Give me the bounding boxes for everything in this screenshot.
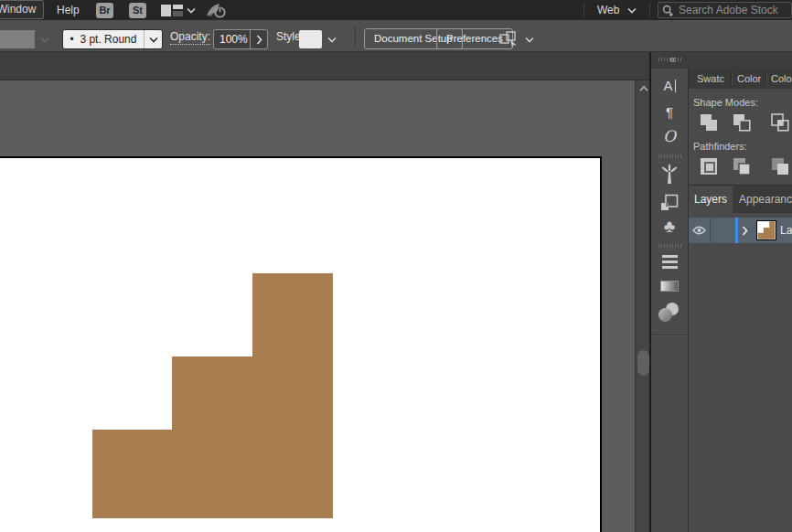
menu-bar: Window Help Br St Web: [0, 0, 792, 20]
menubar-separator-2: [649, 3, 650, 17]
document-tab-bar: [0, 52, 651, 80]
paragraph-panel-icon[interactable]: ¶: [651, 101, 688, 122]
align-to-selection-icon[interactable]: [499, 31, 519, 48]
menubar-separator: [583, 3, 584, 17]
shape-mode-minus-front-icon[interactable]: [731, 112, 753, 133]
scrollbar-thumb[interactable]: [637, 350, 649, 376]
layer-name[interactable]: La: [780, 224, 792, 237]
search-placeholder: Search Adobe Stock: [679, 4, 778, 16]
dock-grip-3[interactable]: [658, 244, 681, 248]
style-swatch[interactable]: [299, 30, 322, 48]
pathfinders-label: Pathfinders:: [693, 141, 747, 152]
pathfinder-panel-icon[interactable]: [651, 191, 688, 213]
stroke-panel-icon[interactable]: [651, 251, 688, 271]
stock-button[interactable]: St: [129, 3, 146, 18]
gradient-panel-icon[interactable]: [651, 277, 688, 295]
symbols-panel-icon[interactable]: ♣: [651, 215, 688, 239]
menu-window[interactable]: Window: [0, 0, 44, 19]
opacity-input[interactable]: 100%: [214, 30, 250, 48]
panel-icon-column: A ¶ O ♣: [651, 69, 689, 532]
artboard[interactable]: [0, 156, 602, 532]
icon-column-divider: [652, 335, 688, 335]
align-chevron-down-icon[interactable]: [525, 37, 534, 43]
layer-expand-chevron-icon[interactable]: [738, 226, 751, 236]
stroke-color-chevron-icon[interactable]: [37, 30, 53, 48]
dock-grip-2[interactable]: [658, 154, 681, 158]
control-separator: [355, 26, 356, 47]
transparency-panel-icon[interactable]: [651, 301, 688, 325]
menu-help[interactable]: Help: [46, 0, 91, 20]
opentype-panel-icon[interactable]: O: [651, 125, 688, 147]
layer-thumbnail[interactable]: [756, 220, 776, 240]
layer-lock-cell[interactable]: [711, 218, 734, 243]
layer-row[interactable]: La: [689, 218, 792, 243]
shape-mode-intersect-icon[interactable]: [769, 112, 791, 133]
tab-color-guide[interactable]: Color: [771, 69, 792, 89]
panel-stack: Swatc Color Color Shape Modes: Pathfinde…: [689, 69, 792, 532]
layers-tabstrip: Layers Appearance: [689, 186, 792, 213]
brush-chevron-down-icon[interactable]: [144, 30, 162, 48]
scroll-up-icon[interactable]: [638, 85, 649, 92]
arrange-documents-icon[interactable]: [161, 5, 183, 16]
tab-color[interactable]: Color: [737, 69, 765, 89]
bridge-button[interactable]: Br: [96, 3, 113, 18]
style-chevron-down-icon[interactable]: [324, 30, 340, 48]
search-icon: [662, 5, 674, 16]
stroke-color-swatch[interactable]: [0, 30, 35, 48]
opacity-stepper[interactable]: [250, 30, 267, 48]
opacity-control: 100%: [213, 29, 268, 49]
gpu-performance-icon[interactable]: [205, 2, 227, 19]
workspace-chevron-down-icon[interactable]: [627, 7, 637, 14]
eye-icon: [692, 226, 706, 235]
tab-appearance[interactable]: Appearance: [739, 186, 792, 213]
shape-mode-unite-icon[interactable]: [698, 112, 720, 133]
dock-grip[interactable]: [658, 58, 681, 61]
shape-modes-label: Shape Modes:: [693, 97, 758, 108]
layer-thumbnail-shape: [757, 221, 776, 239]
swatches-color-tabstrip: Swatc Color Color: [689, 69, 792, 89]
pathfinder-trim-icon[interactable]: [731, 155, 753, 177]
character-panel-icon[interactable]: A: [651, 75, 688, 95]
opacity-label[interactable]: Opacity:: [170, 30, 210, 43]
pathfinder-merge-icon[interactable]: [769, 155, 791, 177]
layer-visibility-toggle[interactable]: [689, 218, 711, 243]
control-bar: • 3 pt. Round Opacity: 100% Style: Docum…: [0, 20, 792, 52]
brush-definition-dropdown[interactable]: • 3 pt. Round: [62, 29, 163, 49]
tab-swatches[interactable]: Swatc: [697, 69, 731, 89]
chevron-down-icon[interactable]: [187, 7, 196, 14]
pathfinder-divide-icon[interactable]: [698, 155, 720, 177]
illustrator-window: Window Help Br St Web: [0, 0, 792, 532]
brush-preview-dot: •: [70, 33, 74, 46]
tab-layers[interactable]: Layers: [689, 186, 733, 213]
brush-definition-value: 3 pt. Round: [80, 33, 136, 46]
workspace-switcher[interactable]: Web: [590, 0, 626, 20]
search-adobe-stock-input[interactable]: Search Adobe Stock: [658, 2, 792, 18]
magic-wand-panel-icon[interactable]: [651, 162, 688, 186]
